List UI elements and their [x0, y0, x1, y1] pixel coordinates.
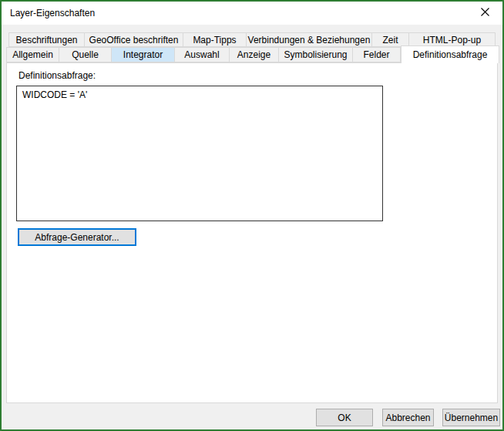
tab-beschriftungen[interactable]: Beschriftungen: [8, 32, 85, 47]
tab-quelle[interactable]: Quelle: [59, 47, 112, 62]
tab-row-bottom: Allgemein Quelle Integrator Auswahl Anze…: [6, 47, 499, 62]
tab-integrator[interactable]: Integrator: [112, 47, 175, 62]
apply-button[interactable]: Übernehmen: [442, 409, 500, 426]
tab-panel-definitionsabfrage: Definitionsabfrage: WIDCODE = 'A' Abfrag…: [6, 62, 498, 403]
definition-query-text: WIDCODE = 'A': [22, 89, 87, 100]
definition-query-label: Definitionsabfrage:: [18, 70, 96, 81]
tab-felder[interactable]: Felder: [353, 47, 401, 62]
tab-anzeige[interactable]: Anzeige: [230, 47, 279, 62]
definition-query-box[interactable]: WIDCODE = 'A': [16, 86, 383, 221]
close-button[interactable]: [468, 2, 502, 25]
tab-allgemein[interactable]: Allgemein: [6, 47, 59, 62]
close-icon: [481, 8, 489, 19]
tab-auswahl[interactable]: Auswahl: [175, 47, 230, 62]
tab-definitionsabfrage[interactable]: Definitionsabfrage: [401, 45, 499, 63]
tab-geooffice-beschriften[interactable]: GeoOffice beschriften: [85, 32, 183, 47]
window-title: Layer-Eigenschaften: [2, 8, 95, 19]
ok-button[interactable]: OK: [316, 409, 373, 426]
tab-symbolisierung[interactable]: Symbolisierung: [279, 47, 353, 62]
title-bar: Layer-Eigenschaften: [2, 2, 502, 25]
tab-map-tipps[interactable]: Map-Tipps: [183, 32, 247, 47]
cancel-button[interactable]: Abbrechen: [382, 409, 434, 426]
layer-properties-dialog: Layer-Eigenschaften Beschriftungen GeoOf…: [0, 0, 504, 431]
tab-verbindungen-beziehungen[interactable]: Verbindungen & Beziehungen: [247, 32, 372, 47]
query-builder-button[interactable]: Abfrage-Generator...: [18, 228, 136, 246]
